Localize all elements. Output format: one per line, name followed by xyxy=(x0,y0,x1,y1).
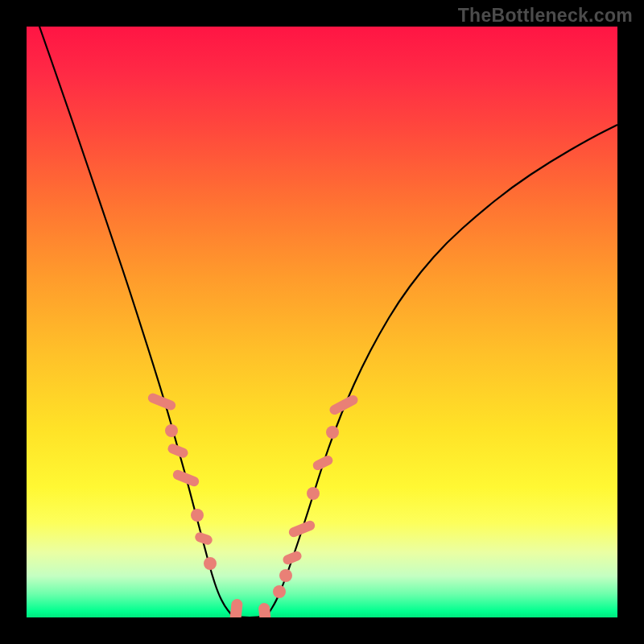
marker xyxy=(273,585,286,598)
marker xyxy=(328,394,359,416)
marker xyxy=(279,569,292,582)
marker xyxy=(326,426,339,439)
marker xyxy=(229,598,243,617)
marker xyxy=(312,454,335,472)
marker xyxy=(191,509,204,522)
curve-left-arm xyxy=(39,27,231,614)
watermark-text: TheBottleneck.com xyxy=(0,5,644,27)
marker xyxy=(307,487,320,500)
bottleneck-curve xyxy=(27,27,617,617)
marker xyxy=(282,550,303,566)
curve-right-arm xyxy=(268,125,617,614)
marker xyxy=(258,602,271,617)
marker xyxy=(167,443,190,460)
figure-root: TheBottleneck.com xyxy=(0,0,644,644)
marker xyxy=(165,424,178,437)
marker xyxy=(171,469,200,488)
marker xyxy=(204,557,217,570)
marker xyxy=(287,519,316,539)
